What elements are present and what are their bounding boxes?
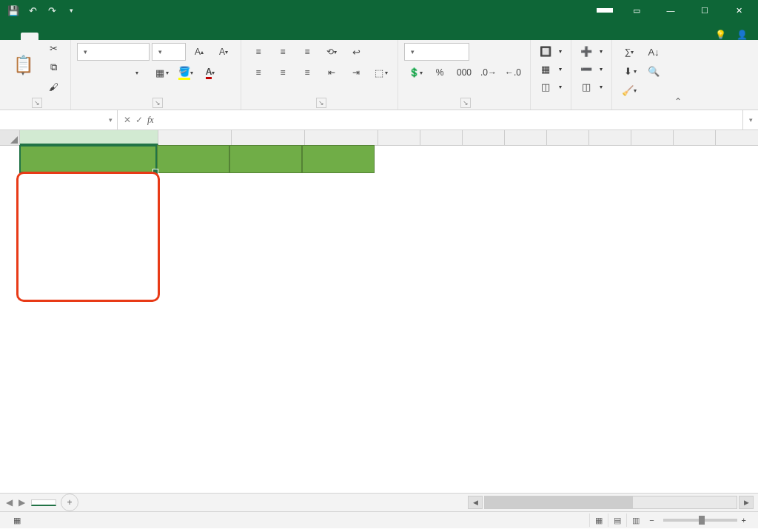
qat-customize[interactable]: ▾ <box>62 1 80 19</box>
cell-A1[interactable] <box>19 145 157 173</box>
align-right-button[interactable]: ≡ <box>296 64 318 81</box>
font-dialog-launcher[interactable]: ↘ <box>152 98 163 108</box>
increase-decimal-button[interactable]: .0→ <box>477 64 500 81</box>
comma-button[interactable]: 000 <box>453 64 475 81</box>
increase-font-button[interactable]: A▴ <box>188 43 210 61</box>
hscroll-track[interactable] <box>484 496 737 509</box>
align-top-button[interactable]: ≡ <box>247 43 269 61</box>
colhead-H[interactable] <box>505 130 547 145</box>
number-dialog-launcher[interactable]: ↘ <box>460 98 471 108</box>
font-size-combo[interactable]: ▾ <box>152 43 186 61</box>
font-name-combo[interactable]: ▾ <box>77 43 150 61</box>
select-all-corner[interactable] <box>0 130 20 145</box>
cell-C1[interactable] <box>229 145 302 173</box>
increase-indent-button[interactable]: ⇥ <box>345 64 367 81</box>
enter-formula-icon[interactable]: ✓ <box>135 115 143 125</box>
worksheet-grid[interactable] <box>0 130 758 493</box>
colhead-G[interactable] <box>463 130 505 145</box>
cut-button[interactable]: ✂ <box>42 39 64 57</box>
sort-filter-button[interactable]: A↓ <box>643 43 665 61</box>
alignment-dialog-launcher[interactable]: ↘ <box>316 98 326 108</box>
align-center-button[interactable]: ≡ <box>272 64 294 81</box>
zoom-in-button[interactable]: + <box>742 516 746 525</box>
merge-button[interactable]: ⬚▾ <box>369 64 392 81</box>
copy-button[interactable]: ⧉ <box>42 58 64 76</box>
delete-cells-button[interactable]: ➖▾ <box>577 61 606 77</box>
conditional-formatting-button[interactable]: 🔲▾ <box>537 43 565 59</box>
bold-button[interactable] <box>77 64 99 81</box>
decrease-decimal-button[interactable]: ←.0 <box>502 64 524 81</box>
orientation-button[interactable]: ⟲▾ <box>321 43 343 61</box>
decrease-font-button[interactable]: A▾ <box>212 43 235 61</box>
page-break-view-button[interactable]: ▥ <box>626 514 645 527</box>
underline-button[interactable]: ▾ <box>126 64 148 81</box>
hscroll-left[interactable]: ◀ <box>468 496 483 509</box>
number-format-combo[interactable]: ▾ <box>404 43 469 61</box>
maximize-button[interactable]: ☐ <box>688 0 721 21</box>
undo-button[interactable]: ↶ <box>24 1 41 19</box>
fx-icon[interactable]: fx <box>147 115 154 126</box>
collapse-ribbon-button[interactable]: ⌃ <box>671 40 685 110</box>
align-middle-button[interactable]: ≡ <box>272 43 294 61</box>
insert-cells-button[interactable]: ➕▾ <box>577 43 606 59</box>
currency-button[interactable]: 💲▾ <box>404 64 426 81</box>
format-as-table-button[interactable]: ▦▾ <box>537 61 565 77</box>
paste-button[interactable]: 📋 ▾ <box>6 43 40 92</box>
hscroll-right[interactable]: ▶ <box>739 496 754 509</box>
align-bottom-button[interactable]: ≡ <box>296 43 318 61</box>
sheet-nav-prev[interactable]: ◀ <box>6 497 13 508</box>
zoom-out-button[interactable]: − <box>649 516 654 525</box>
minimize-button[interactable]: — <box>654 0 687 21</box>
colhead-L[interactable] <box>674 130 716 145</box>
wrap-text-button[interactable]: ↩ <box>345 43 367 61</box>
clear-button[interactable]: 🧹▾ <box>618 81 640 99</box>
tab-help[interactable] <box>163 33 181 40</box>
colhead-F[interactable] <box>420 130 463 145</box>
align-left-button[interactable]: ≡ <box>247 64 269 81</box>
save-button[interactable]: 💾 <box>4 1 22 19</box>
tab-home[interactable] <box>21 33 38 40</box>
hscroll-thumb[interactable] <box>485 496 633 508</box>
tab-developer[interactable] <box>145 33 163 40</box>
add-sheet-button[interactable]: + <box>61 494 78 511</box>
colhead-I[interactable] <box>547 130 589 145</box>
normal-view-button[interactable]: ▦ <box>589 514 608 527</box>
tab-view[interactable] <box>127 33 145 40</box>
colhead-K[interactable] <box>631 130 674 145</box>
zoom-slider[interactable] <box>663 519 737 522</box>
sheet-nav-next[interactable]: ▶ <box>19 497 25 508</box>
cell-B1[interactable] <box>157 145 229 173</box>
tellme-button[interactable]: 💡 <box>715 30 729 40</box>
name-box[interactable]: ▾ <box>0 110 118 129</box>
share-button[interactable]: 👤 <box>737 30 751 40</box>
borders-button[interactable]: ▦▾ <box>150 64 172 81</box>
percent-button[interactable]: % <box>429 64 451 81</box>
tab-file[interactable] <box>3 33 21 40</box>
colhead-E[interactable] <box>378 130 420 145</box>
colhead-J[interactable] <box>589 130 631 145</box>
colhead-D[interactable] <box>305 130 378 145</box>
colhead-A[interactable] <box>20 130 158 145</box>
cell-D1[interactable] <box>302 145 375 173</box>
format-cells-button[interactable]: ◫▾ <box>577 78 606 95</box>
redo-button[interactable]: ↷ <box>43 1 61 19</box>
colhead-C[interactable] <box>232 130 305 145</box>
ribbon-options-button[interactable]: ▭ <box>620 0 653 21</box>
signin-button[interactable] <box>597 8 613 13</box>
autosum-button[interactable]: ∑▾ <box>618 43 640 61</box>
colhead-B[interactable] <box>158 130 232 145</box>
cell-styles-button[interactable]: ◫▾ <box>537 78 565 95</box>
format-painter-button[interactable]: 🖌 <box>42 78 64 95</box>
fill-button[interactable]: ⬇▾ <box>618 62 640 80</box>
italic-button[interactable] <box>101 64 124 81</box>
macro-record-icon[interactable]: ▦ <box>13 516 21 525</box>
formula-bar[interactable] <box>160 110 742 129</box>
cancel-formula-icon[interactable]: ✕ <box>124 115 131 125</box>
expand-formula-bar[interactable]: ▾ <box>742 110 758 129</box>
fill-color-button[interactable]: 🪣▾ <box>175 64 197 81</box>
sheet-tab[interactable] <box>31 499 56 506</box>
find-button[interactable]: 🔍 <box>643 62 665 80</box>
tab-data[interactable] <box>92 33 110 40</box>
font-color-button[interactable]: А▾ <box>199 64 221 81</box>
close-button[interactable]: ✕ <box>722 0 755 21</box>
